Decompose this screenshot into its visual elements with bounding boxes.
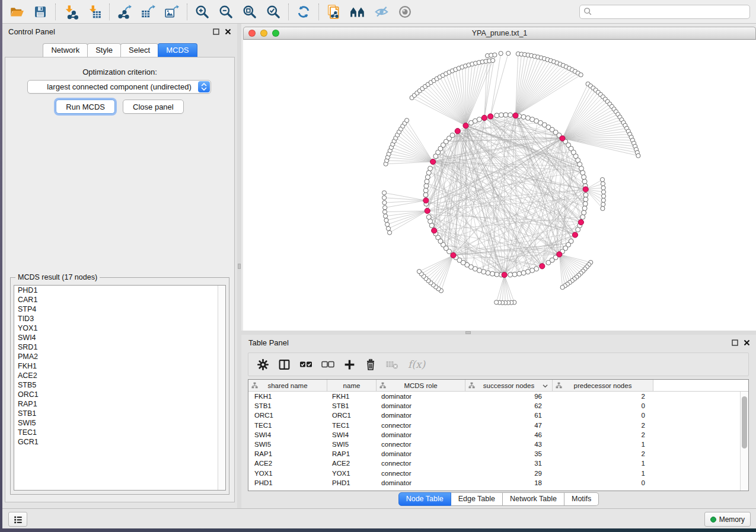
mcds-result-item[interactable]: RAP1 <box>14 399 225 409</box>
table-row[interactable]: STB1STB1dominator620 <box>248 401 748 411</box>
mcds-result-item[interactable]: CAR1 <box>14 295 225 305</box>
network-titlebar[interactable]: YPA_prune.txt_1 <box>243 27 756 40</box>
import-table-button[interactable] <box>82 2 106 22</box>
network-canvas[interactable] <box>243 40 756 331</box>
tab-style[interactable]: Style <box>87 43 121 57</box>
mcds-result-item[interactable]: SWI5 <box>14 418 225 428</box>
mcds-result-list[interactable]: PHD1CAR1STP4TID3YOX1SWI4SRD1PMA2FKH1ACE2… <box>14 285 226 491</box>
export-network-button[interactable] <box>113 2 136 22</box>
table-scrollbar[interactable] <box>740 392 748 491</box>
zoom-in-button[interactable] <box>190 2 214 22</box>
table-row[interactable]: ACE2ACE2connector311 <box>248 459 748 468</box>
function-builder-button-disabled: f(x) <box>408 358 425 370</box>
hide-selected-button[interactable] <box>369 2 393 22</box>
zoom-selected-button[interactable] <box>261 2 285 22</box>
tab-node-table[interactable]: Node Table <box>398 492 451 506</box>
mcds-result-item[interactable]: GCR1 <box>14 437 225 447</box>
float-panel-icon[interactable] <box>732 339 738 346</box>
search-icon <box>583 7 592 16</box>
tab-motifs[interactable]: Motifs <box>564 492 599 506</box>
apply-layout-button[interactable] <box>292 2 315 22</box>
add-column-icon[interactable] <box>343 358 356 371</box>
table-row[interactable]: TEC1TEC1connector472 <box>248 421 748 430</box>
mcds-result-item[interactable]: TID3 <box>14 314 225 323</box>
tab-mcds[interactable]: MCDS <box>158 43 197 57</box>
table-row[interactable]: SWI4SWI4dominator462 <box>248 430 748 440</box>
column-header-shared-name[interactable]: shared name <box>248 380 327 392</box>
delete-column-trash-icon[interactable] <box>365 358 377 371</box>
optimization-criterion-select[interactable]: largest connected component (undirected) <box>27 80 211 94</box>
search-input[interactable] <box>592 8 746 16</box>
table-row[interactable]: SWI5SWI5connector431 <box>248 440 748 449</box>
splitter-handle-icon[interactable] <box>465 331 471 334</box>
mcds-result-item[interactable]: SRD1 <box>14 342 225 352</box>
memory-button[interactable]: Memory <box>704 512 751 527</box>
table-scrollbar-thumb[interactable] <box>742 396 747 448</box>
shared-column-icon <box>379 382 386 389</box>
open-folder-icon <box>9 4 24 20</box>
table-row[interactable]: FKH1FKH1dominator962 <box>248 392 748 401</box>
shared-column-icon <box>556 382 562 389</box>
network-graph[interactable] <box>243 40 756 331</box>
new-network-from-selection-button[interactable] <box>322 2 346 22</box>
zoom-out-button[interactable] <box>214 2 238 22</box>
mcds-result-item[interactable]: STB1 <box>14 409 225 418</box>
table-row[interactable]: RAP1RAP1dominator352 <box>248 449 748 459</box>
run-mcds-button[interactable]: Run MCDS <box>56 100 115 114</box>
export-network-icon <box>117 4 132 20</box>
export-table-button[interactable] <box>136 2 160 22</box>
toolbar-separator <box>187 4 187 20</box>
tab-edge-table[interactable]: Edge Table <box>451 492 503 506</box>
table-row[interactable]: ORC1ORC1dominator610 <box>248 411 748 420</box>
mcds-result-item[interactable]: PMA2 <box>14 352 225 361</box>
column-header-mcds-role[interactable]: MCDS role <box>377 380 465 392</box>
eye-slash-icon <box>374 4 390 20</box>
import-table-icon <box>87 4 102 20</box>
select-all-icon[interactable] <box>299 358 312 370</box>
mcds-result-item[interactable]: ACE2 <box>14 371 225 380</box>
deselect-all-icon[interactable] <box>321 358 334 370</box>
mcds-result-item[interactable]: PHD1 <box>14 286 225 295</box>
find-button[interactable] <box>346 2 369 22</box>
save-session-button[interactable] <box>28 2 52 22</box>
close-panel-button[interactable]: Close panel <box>123 100 184 114</box>
mcds-result-item[interactable]: STB5 <box>14 380 225 390</box>
table-panel-title: Table Panel <box>248 338 289 347</box>
table-row[interactable]: YOX1YOX1connector291 <box>248 469 748 478</box>
close-panel-icon[interactable] <box>225 28 231 35</box>
export-table-icon <box>141 4 156 20</box>
export-image-button[interactable] <box>160 2 184 22</box>
mcds-result-item[interactable]: STP4 <box>14 305 225 314</box>
close-panel-icon[interactable] <box>744 339 750 346</box>
tab-network-table[interactable]: Network Table <box>503 492 564 506</box>
column-header-successor-nodes[interactable]: successor nodes <box>465 380 553 392</box>
vertical-splitter[interactable] <box>237 24 241 508</box>
control-panel: Control Panel Network Style Select MCDS … <box>2 24 237 508</box>
mcds-result-item[interactable]: TEC1 <box>14 428 225 437</box>
search-box[interactable] <box>579 5 750 19</box>
mcds-result-item[interactable]: ORC1 <box>14 390 225 399</box>
mcds-result-item[interactable]: YOX1 <box>14 323 225 333</box>
zoom-fit-button[interactable] <box>238 2 261 22</box>
open-session-button[interactable] <box>5 2 28 22</box>
control-panel-tabs: Network Style Select MCDS <box>2 39 237 57</box>
table-settings-gear-icon[interactable] <box>257 358 269 371</box>
horizontal-splitter[interactable] <box>241 331 756 335</box>
tab-select[interactable]: Select <box>120 43 158 57</box>
column-header-name[interactable]: name <box>327 380 377 392</box>
main-toolbar <box>2 0 756 24</box>
mcds-result-item[interactable]: SWI4 <box>14 333 225 342</box>
show-column-panel-icon[interactable] <box>278 358 291 371</box>
import-network-button[interactable] <box>59 2 82 22</box>
column-header-predecessor-nodes[interactable]: predecessor nodes <box>553 380 653 392</box>
optimization-criterion-value: largest connected component (undirected) <box>47 82 192 91</box>
float-panel-icon[interactable] <box>213 28 219 35</box>
splitter-handle-icon[interactable] <box>238 264 241 269</box>
show-all-button[interactable] <box>393 2 417 22</box>
table-row[interactable]: PHD1PHD1dominator180 <box>248 478 748 488</box>
task-list-icon <box>13 515 23 524</box>
mcds-list-scrollbar[interactable] <box>218 286 225 490</box>
show-task-history-button[interactable] <box>8 512 27 527</box>
tab-network[interactable]: Network <box>43 43 88 57</box>
mcds-result-item[interactable]: FKH1 <box>14 361 225 371</box>
